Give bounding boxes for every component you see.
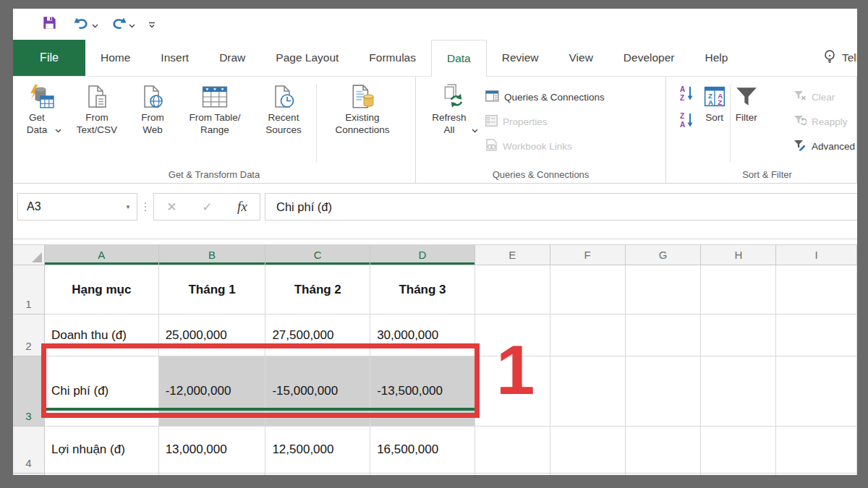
tab-file[interactable]: File <box>13 40 85 76</box>
redo-dropdown-icon[interactable] <box>129 18 135 31</box>
cell-c4[interactable]: 12,500,000 <box>265 427 370 474</box>
customize-qat-button[interactable] <box>145 14 158 35</box>
column-header-e[interactable]: E <box>475 245 550 265</box>
cell-g5[interactable] <box>626 474 702 475</box>
cell-a2[interactable]: Doanh thu (đ) <box>45 314 159 356</box>
recent-sources-button[interactable]: Recent Sources <box>253 77 314 136</box>
column-header-h[interactable]: H <box>701 245 776 265</box>
cell-d3[interactable]: -13,500,000 <box>370 356 475 427</box>
cell-i2[interactable] <box>776 314 857 356</box>
tab-draw[interactable]: Draw <box>204 40 260 76</box>
save-button[interactable] <box>39 14 60 35</box>
cell-f4[interactable] <box>550 427 626 474</box>
cell-i3[interactable] <box>776 356 857 427</box>
cell-h4[interactable] <box>701 427 776 474</box>
insert-function-icon[interactable]: fx <box>237 199 247 215</box>
row-header-3[interactable]: 3 <box>13 356 45 427</box>
cell-c5[interactable] <box>265 474 370 475</box>
cell-f3[interactable] <box>550 356 626 427</box>
cell-c2[interactable]: 27,500,000 <box>265 314 370 356</box>
cell-h1[interactable] <box>701 265 776 314</box>
cell-g2[interactable] <box>626 314 702 356</box>
cell-g1[interactable] <box>626 265 702 314</box>
cell-a4[interactable]: Lợi nhuận (đ) <box>45 427 159 474</box>
tell-me-box[interactable]: Tell me <box>824 40 857 76</box>
cell-f5[interactable] <box>550 474 626 475</box>
column-header-b[interactable]: B <box>159 245 266 265</box>
refresh-all-button[interactable]: Refresh All <box>426 77 481 136</box>
cell-f2[interactable] <box>550 314 626 356</box>
select-all-corner[interactable] <box>13 245 45 265</box>
column-header-i[interactable]: I <box>776 245 857 265</box>
cell-h3[interactable] <box>701 356 776 427</box>
formula-bar-handle-icon[interactable]: ⋮ <box>137 193 153 221</box>
cell-d4[interactable]: 16,500,000 <box>370 427 475 474</box>
cell-b2[interactable]: 25,000,000 <box>159 314 266 356</box>
redo-button[interactable] <box>107 14 138 35</box>
cell-e1[interactable] <box>475 265 550 314</box>
sort-button[interactable]: ZAAZ Sort <box>701 77 728 124</box>
formula-input[interactable]: Chi phí (đ) <box>265 193 857 221</box>
cell-g4[interactable] <box>626 427 702 474</box>
cell-c1[interactable]: Tháng 2 <box>265 265 370 314</box>
sort-ascending-button[interactable]: AZ <box>677 86 696 103</box>
column-header-d[interactable]: D <box>370 245 475 265</box>
tab-help[interactable]: Help <box>690 40 744 76</box>
undo-button[interactable] <box>70 14 101 35</box>
clear-filter-button[interactable]: Clear <box>793 86 855 108</box>
name-box[interactable]: A3 ▼ <box>17 193 137 221</box>
tab-insert[interactable]: Insert <box>145 40 204 76</box>
tab-page-layout[interactable]: Page Layout <box>260 40 354 76</box>
cell-i1[interactable] <box>776 265 857 314</box>
cell-i5[interactable] <box>776 474 857 475</box>
sort-za-button[interactable]: ZA <box>677 113 696 130</box>
workbook-links-button[interactable]: Workbook Links <box>485 135 605 157</box>
row-header-5[interactable]: 5 <box>13 474 45 475</box>
cell-h2[interactable] <box>701 314 776 356</box>
cell-a5[interactable] <box>45 474 159 475</box>
cell-e4[interactable] <box>475 427 550 474</box>
cell-f1[interactable] <box>550 265 626 314</box>
cell-g3[interactable] <box>626 356 702 427</box>
tab-home[interactable]: Home <box>85 40 145 76</box>
get-data-button[interactable]: Get Data <box>17 77 65 136</box>
column-header-g[interactable]: G <box>626 245 702 265</box>
cell-d1[interactable]: Tháng 3 <box>370 265 475 314</box>
from-text-csv-button[interactable]: From Text/CSV <box>65 77 129 136</box>
properties-button[interactable]: Properties <box>485 111 605 132</box>
filter-button[interactable]: Filter <box>733 77 760 124</box>
from-table-range-button[interactable]: From Table/ Range <box>176 77 253 136</box>
cell-e5[interactable] <box>475 474 550 475</box>
tab-review[interactable]: Review <box>487 40 554 76</box>
cell-b3[interactable]: -12,000,000 <box>159 356 266 427</box>
cell-b5[interactable] <box>159 474 266 475</box>
enter-icon[interactable]: ✓ <box>202 200 212 215</box>
column-header-f[interactable]: F <box>550 245 626 265</box>
tab-data[interactable]: Data <box>431 40 487 77</box>
column-header-c[interactable]: C <box>265 245 370 265</box>
column-header-a[interactable]: A <box>45 245 159 265</box>
cell-b4[interactable]: 13,000,000 <box>159 427 266 474</box>
advanced-filter-button[interactable]: Advanced <box>793 135 855 157</box>
cell-c3[interactable]: -15,000,000 <box>265 356 370 427</box>
queries-connections-button[interactable]: Queries & Connections <box>485 86 605 108</box>
cell-h5[interactable] <box>701 474 776 475</box>
cancel-icon[interactable]: ✕ <box>166 200 176 215</box>
cell-b1[interactable]: Tháng 1 <box>159 265 266 314</box>
name-box-dropdown-icon[interactable]: ▼ <box>125 204 131 210</box>
from-web-button[interactable]: From Web <box>129 77 176 136</box>
undo-dropdown-icon[interactable] <box>92 18 98 31</box>
existing-connections-button[interactable]: Existing Connections <box>319 77 406 136</box>
tab-formulas[interactable]: Formulas <box>354 40 431 76</box>
tab-view[interactable]: View <box>554 40 608 76</box>
row-header-4[interactable]: 4 <box>13 427 45 474</box>
cell-a3-active[interactable]: Chi phí (đ) <box>45 356 159 427</box>
row-header-1[interactable]: 1 <box>13 265 45 314</box>
row-header-2[interactable]: 2 <box>13 314 45 356</box>
cell-d2[interactable]: 30,000,000 <box>370 314 475 356</box>
cell-a1[interactable]: Hạng mục <box>45 265 159 314</box>
reapply-filter-button[interactable]: Reapply <box>793 111 855 132</box>
cell-i4[interactable] <box>776 427 857 474</box>
tab-developer[interactable]: Developer <box>608 40 690 76</box>
cell-d5[interactable] <box>370 474 475 475</box>
